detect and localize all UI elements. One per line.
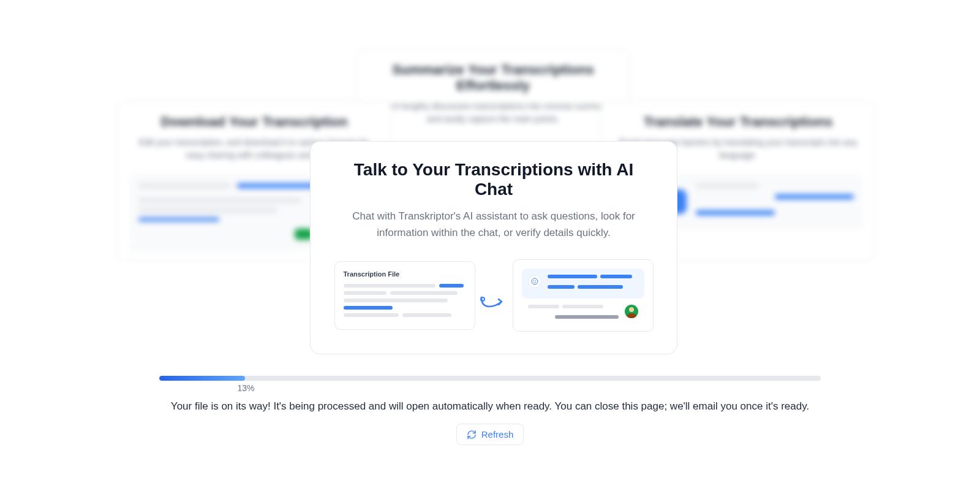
ai-chat-feature-card: Talk to Your Transcriptions with AI Chat… (310, 141, 677, 354)
bg-subtitle-summarize: Convert lengthy discussion transcription… (368, 100, 618, 126)
refresh-button-label: Refresh (481, 429, 514, 440)
ai-bot-icon (528, 275, 541, 288)
svg-point-3 (535, 281, 536, 282)
illustration-transcription-file: Transcription File (334, 261, 475, 330)
main-card-subtitle: Chat with Transkriptor's AI assistant to… (333, 208, 655, 241)
progress-percent-label: 13% (237, 383, 254, 393)
main-card-title: Talk to Your Transcriptions with AI Chat (333, 160, 655, 199)
progress-bar-fill (159, 376, 245, 381)
user-avatar-icon (625, 305, 638, 318)
svg-point-0 (481, 297, 484, 301)
progress-section: 13% Your file is on its way! It's being … (159, 376, 821, 445)
progress-bar (159, 376, 821, 381)
bg-title-translate: Translate Your Transcriptions (613, 114, 863, 130)
arrow-icon (480, 294, 508, 313)
svg-point-2 (533, 281, 534, 282)
illustration-chat-panel (513, 259, 654, 332)
svg-point-1 (532, 278, 538, 284)
ai-chat-illustration: Transcription File (333, 259, 655, 332)
refresh-icon (467, 430, 477, 440)
illustration-label: Transcription File (344, 270, 466, 278)
bg-title-summarize: Summarize Your Transcriptions Effortless… (368, 62, 618, 94)
bg-title-download: Download Your Transcription (129, 114, 379, 130)
refresh-button[interactable]: Refresh (456, 424, 524, 445)
processing-status-message: Your file is on its way! It's being proc… (159, 400, 821, 413)
